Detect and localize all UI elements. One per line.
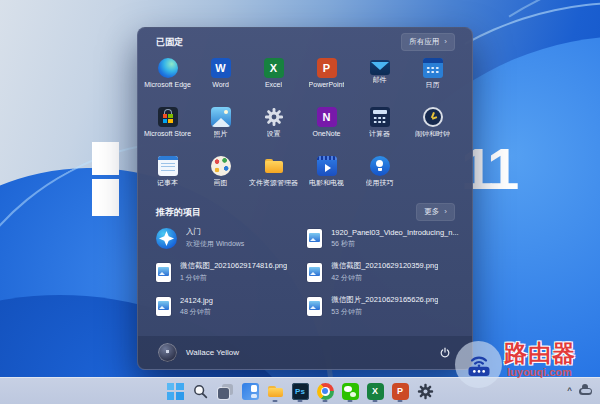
pinned-app-tile[interactable]: 闹钟和时钟 (406, 105, 459, 149)
image-file-icon (307, 297, 322, 316)
chrome-icon (317, 383, 334, 400)
power-icon (439, 347, 451, 359)
running-indicator (298, 400, 303, 402)
icon-glyph: Ps (292, 383, 309, 400)
icon-glyph: X (264, 58, 284, 78)
icon-glyph: X (367, 383, 384, 400)
recommended-item-title: 入门 (186, 227, 244, 237)
pinned-app-tile[interactable]: 电影和电视 (300, 154, 353, 198)
pinned-app-tile[interactable]: 计算器 (353, 105, 406, 149)
running-indicator (348, 400, 353, 402)
getstarted-icon (156, 228, 177, 249)
app-label: Word (212, 81, 229, 89)
recommended-item-title: 微信截图_20210629120359.png (331, 261, 438, 271)
pinned-app-tile[interactable]: X Excel (247, 56, 300, 100)
app-label: Excel (265, 81, 282, 89)
paint-icon (211, 156, 231, 176)
pinned-app-tile[interactable]: 记事本 (141, 154, 194, 198)
taskbar-button[interactable]: X (365, 379, 386, 403)
wechat-icon (342, 383, 359, 400)
pinned-app-tile[interactable]: 邮件 (353, 56, 406, 100)
app-label: 使用技巧 (366, 179, 394, 187)
taskbar-button[interactable] (415, 379, 436, 403)
app-label: Microsoft Store (144, 130, 191, 138)
pinned-app-tile[interactable]: N OneNote (300, 105, 353, 149)
pinned-app-tile[interactable]: 照片 (194, 105, 247, 149)
taskbar-button[interactable] (315, 379, 336, 403)
word-icon: W (211, 58, 231, 78)
recommended-item-subtitle: 48 分钟前 (180, 307, 213, 317)
start-menu-user-bar: Wallace Yellow (138, 336, 472, 369)
running-indicator (398, 400, 403, 402)
recommended-item-title: 微信图片_20210629165626.png (331, 295, 438, 305)
icon-glyph: P (392, 383, 409, 400)
icon-glyph: W (211, 58, 231, 78)
movies-icon (317, 156, 337, 176)
user-name: Wallace Yellow (186, 348, 239, 357)
taskbar-button[interactable] (190, 379, 211, 403)
user-account-button[interactable]: Wallace Yellow (154, 341, 243, 364)
pinned-app-tile[interactable]: 设置 (247, 105, 300, 149)
recommended-item-subtitle: 1 分钟前 (180, 273, 287, 283)
all-apps-label: 所有应用 (409, 37, 439, 47)
taskbar-button[interactable] (340, 379, 361, 403)
image-file-icon (307, 229, 322, 248)
chevron-right-icon: › (444, 208, 447, 216)
app-label: 日历 (426, 81, 440, 89)
app-label: 文件资源管理器 (249, 179, 298, 187)
taskbar-button[interactable] (165, 379, 186, 403)
app-label: 设置 (267, 130, 281, 138)
app-label: PowerPoint (309, 81, 345, 89)
recommended-item[interactable]: 24124.jpg 48 分钟前 (148, 290, 295, 322)
onenote-icon: N (317, 107, 337, 127)
pinned-app-tile[interactable]: W Word (194, 56, 247, 100)
recommended-item[interactable]: 1920_Panel03_Video_Introducing_n... 56 秒… (299, 222, 466, 254)
pinned-app-tile[interactable]: 使用技巧 (353, 154, 406, 198)
image-file-icon (307, 263, 322, 282)
more-label: 更多 (424, 207, 439, 217)
start-menu: 已固定 所有应用 › Microsoft Edge W Word X Excel… (137, 27, 473, 370)
recommended-item[interactable]: 微信截图_20210629120359.png 42 分钟前 (299, 256, 466, 288)
recommended-item-title: 24124.jpg (180, 296, 213, 305)
pinned-app-tile[interactable]: 文件资源管理器 (247, 154, 300, 198)
power-button[interactable] (434, 342, 456, 364)
pinned-app-tile[interactable]: 日历 (406, 56, 459, 100)
onedrive-cloud-icon[interactable] (579, 388, 592, 395)
mail-icon (370, 60, 390, 75)
store-icon (158, 107, 178, 127)
recommended-item[interactable]: 微信截图_20210629174816.png 1 分钟前 (148, 256, 295, 288)
router-icon (465, 351, 493, 379)
pinned-app-tile[interactable]: Microsoft Store (141, 105, 194, 149)
icon-glyph: N (317, 107, 337, 127)
photos-icon (211, 107, 231, 127)
app-label: 记事本 (157, 179, 178, 187)
pinned-app-tile[interactable]: Microsoft Edge (141, 56, 194, 100)
more-button[interactable]: 更多 › (416, 203, 455, 221)
pinned-section-label: 已固定 (156, 36, 183, 49)
widgets-icon (242, 383, 259, 400)
taskbar-button[interactable] (215, 379, 236, 403)
search-icon (192, 383, 209, 400)
taskbar-button[interactable]: Ps (290, 379, 311, 403)
windows-start-icon (167, 383, 184, 400)
pinned-app-tile[interactable]: 画图 (194, 154, 247, 198)
recommended-item[interactable]: 入门 欢迎使用 Windows (148, 222, 295, 254)
app-label: 计算器 (369, 130, 390, 138)
powerpoint-icon: P (317, 58, 337, 78)
all-apps-button[interactable]: 所有应用 › (401, 33, 455, 51)
taskbar-button[interactable] (240, 379, 261, 403)
recommended-grid: 入门 欢迎使用 Windows 1920_Panel03_Video_Intro… (148, 222, 462, 322)
chevron-up-icon[interactable]: ^ (567, 387, 572, 395)
powerpoint-icon: P (392, 383, 409, 400)
recommended-section-label: 推荐的项目 (156, 206, 201, 219)
recommended-item[interactable]: 微信图片_20210629165626.png 53 分钟前 (299, 290, 466, 322)
chevron-right-icon: › (444, 38, 447, 46)
notepad-icon (158, 156, 178, 176)
pinned-app-tile[interactable]: P PowerPoint (300, 56, 353, 100)
app-label: 邮件 (373, 76, 387, 84)
windows-logo-square (92, 142, 119, 175)
tips-icon (370, 156, 390, 176)
windows-logo-square (92, 179, 119, 216)
taskbar-button[interactable] (265, 379, 286, 403)
taskbar-button[interactable]: P (390, 379, 411, 403)
